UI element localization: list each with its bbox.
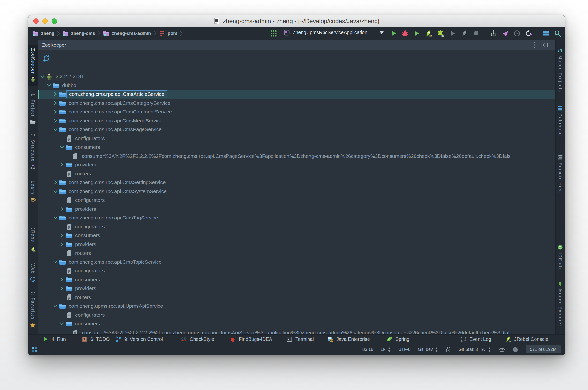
deploy-icon[interactable]	[502, 30, 509, 37]
close-button[interactable]	[33, 18, 39, 24]
toolwindow-button-checkstyle[interactable]: CSCheckStyle	[181, 335, 214, 344]
minimize-button[interactable]	[42, 18, 48, 24]
tree-row[interactable]: consumers	[38, 275, 555, 284]
tree-row[interactable]: configurators	[38, 134, 555, 143]
toolwindow-button-terminal[interactable]: >_Terminal	[286, 335, 314, 344]
learn-icon	[30, 197, 36, 202]
tree-row[interactable]: routers	[38, 169, 555, 178]
toolwindow-button-4-run[interactable]: 4: Run	[42, 335, 66, 344]
stripe-button-jrebel[interactable]: JRebelJR	[28, 227, 38, 252]
run-configuration-select[interactable]: ZhengUpmsRpcServiceApplication	[281, 28, 386, 39]
tree-row[interactable]: com.zheng.cms.rpc.api.CmsPageService	[38, 125, 555, 134]
plugin-grid-icon[interactable]	[270, 30, 277, 37]
idetalk-icon	[557, 244, 563, 250]
tree-row[interactable]: providers	[38, 205, 555, 214]
tree-row[interactable]: consumer%3A%2F%2F2.2.2.2%2Fcom.zheng.upm…	[38, 328, 555, 335]
status-widget[interactable]: Git: dev	[418, 347, 438, 352]
tree-row[interactable]: com.zheng.cms.rpc.api.CmsSystemService	[38, 187, 555, 196]
tree-row[interactable]: consumers	[38, 143, 555, 152]
tree-row[interactable]: providers	[38, 160, 555, 169]
tree-row-label: routers	[75, 250, 91, 256]
folder-icon	[58, 99, 66, 107]
run-jrebel-icon[interactable]	[413, 30, 420, 37]
stripe-button-remote-host[interactable]: Remote Host	[556, 154, 565, 193]
toolwindow-button-6-todo[interactable]: 6: TODO	[81, 335, 110, 344]
status-widget[interactable]: 83:18	[362, 347, 373, 352]
stripe-button-mongo-explorer[interactable]: Mongo Explorer	[556, 281, 565, 327]
tree-row[interactable]: routers	[38, 293, 555, 302]
toolwindow-button-event-log[interactable]: Event Log	[460, 335, 491, 344]
refresh-icon[interactable]	[42, 54, 50, 62]
tree-row-label: providers	[75, 286, 96, 291]
tree-row[interactable]: configurators	[38, 222, 555, 231]
database-icon	[557, 105, 563, 111]
breadcrumb-item-zheng[interactable]: zheng	[32, 30, 54, 37]
mongo-leaf-icon	[557, 281, 563, 287]
chevron-right-icon	[59, 286, 65, 291]
jrebel-rocket-icon[interactable]: JR	[425, 30, 432, 37]
ide-window: zheng-cms-admin - zheng - [~/Develop/cod…	[28, 15, 565, 355]
tree-row[interactable]: configurators	[38, 311, 555, 320]
status-widget[interactable]: Git Stat: 3↑ 9↓	[459, 347, 491, 352]
tree-row[interactable]: configurators	[38, 266, 555, 275]
grid-blue-icon[interactable]	[542, 30, 549, 37]
tree-row-label: dubbo	[62, 83, 76, 88]
terminal-icon: >_	[286, 336, 293, 342]
stripe-button-database[interactable]: Database	[556, 105, 565, 136]
toolwindow-button-jrebel-console[interactable]: JRJRebel Console	[505, 335, 548, 344]
indicator-dot-icon[interactable]	[512, 347, 518, 352]
tree-row[interactable]: configurators	[38, 196, 555, 205]
toolwindow-button-spring[interactable]: Spring	[386, 335, 409, 344]
toolwindow-button-9-version-control[interactable]: 9: Version Control	[115, 335, 163, 344]
unlock-icon[interactable]	[445, 346, 451, 353]
zoom-button[interactable]	[51, 18, 57, 24]
tree-row[interactable]: com.zheng.cms.rpc.api.CmsCommentService	[38, 107, 555, 116]
tree-row[interactable]: consumers	[38, 319, 555, 328]
jrebel-debug-icon[interactable]: JR	[437, 30, 444, 37]
hide-panel-icon[interactable]	[542, 42, 549, 49]
stripe-button-7-structure[interactable]: 7: Structure	[28, 134, 38, 170]
stripe-button-maven-projects[interactable]: mMaven Projects	[556, 47, 565, 92]
tree-row[interactable]: consumers	[38, 231, 555, 240]
window-switcher-icon[interactable]	[31, 344, 38, 355]
status-widget[interactable]: LF	[381, 347, 391, 352]
more-icon[interactable]	[533, 41, 536, 49]
toolwindow-button-findbugs-idea[interactable]: FindBugs-IDEA	[230, 335, 272, 344]
tree-row[interactable]: providers	[38, 240, 555, 249]
tree-row[interactable]: com.zheng.cms.rpc.api.CmsTagService	[38, 213, 555, 222]
tree-row[interactable]: consumer%3A%2F%2F2.2.2.2%2Fcom.zheng.cms…	[38, 152, 555, 161]
import-icon[interactable]	[490, 30, 497, 37]
debug-icon[interactable]	[401, 30, 409, 37]
breadcrumb-item-pom[interactable]: pom	[159, 30, 177, 37]
breadcrumb-item-zheng-cms[interactable]: zheng-cms	[62, 30, 95, 37]
doc-icon	[72, 152, 79, 160]
run-icon[interactable]	[390, 30, 397, 37]
tree-row[interactable]: com.zheng.upms.rpc.api.UpmsApiService	[38, 302, 555, 311]
hector-icon[interactable]	[498, 346, 505, 353]
stripe-button-1-project[interactable]: 1: Project	[28, 93, 38, 125]
tree-row[interactable]: 2.2.2.2:2181	[38, 72, 555, 81]
tree-row[interactable]: com.zheng.cms.rpc.api.CmsArticleService	[38, 90, 555, 99]
stripe-button-web[interactable]: Web	[28, 263, 38, 282]
status-widget[interactable]: 571 of 8192M	[526, 345, 561, 353]
tree-row[interactable]: routers	[38, 249, 555, 258]
tree-row[interactable]: com.zheng.cms.rpc.api.CmsCategoryService	[38, 99, 555, 108]
toolwindow-button-label: 4: Run	[51, 337, 66, 342]
restart-icon[interactable]	[525, 30, 532, 37]
tree-row[interactable]: dubbo	[38, 81, 555, 90]
tree-row[interactable]: com.zheng.cms.rpc.api.CmsTopicService	[38, 258, 555, 267]
stripe-button-zookeeper[interactable]: ZooKeeper	[28, 45, 38, 86]
toolwindow-button-java-enterprise[interactable]: EEJava Enterprise	[327, 335, 370, 344]
search-icon[interactable]	[554, 30, 561, 37]
tree-row[interactable]: com.zheng.cms.rpc.api.CmsSettingService	[38, 178, 555, 187]
tree-row[interactable]: providers	[38, 284, 555, 293]
folder-icon	[65, 241, 72, 248]
tree-row-label: routers	[75, 294, 91, 300]
status-widget[interactable]: UTF-8	[398, 347, 411, 352]
stripe-label: JRebel	[31, 227, 35, 244]
stripe-button-learn[interactable]: Learn	[28, 181, 38, 202]
tree-row[interactable]: com.zheng.cms.rpc.api.CmsMenuService	[38, 116, 555, 125]
stripe-button-idetalk[interactable]: IDEtalk	[556, 244, 565, 270]
breadcrumb-item-zheng-cms-admin[interactable]: zheng-cms-admin	[103, 30, 151, 37]
stripe-button-2-favorites[interactable]: 2: Favorites	[28, 291, 38, 328]
